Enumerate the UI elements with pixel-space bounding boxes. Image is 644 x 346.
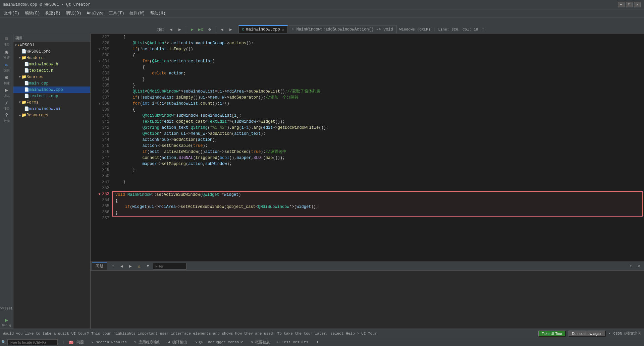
do-not-show-button[interactable]: Do not show again	[569, 331, 606, 337]
analyze-icon: ⚡	[5, 100, 8, 106]
toolbar-expand-right[interactable]: ⬆	[479, 26, 487, 33]
toolbar-next[interactable]: ▶	[227, 26, 234, 33]
tree-wps001pro[interactable]: 📄 WPS001.pro	[13, 48, 90, 55]
code-content[interactable]: { QList<QAction*> actionList=actionGroup…	[111, 34, 644, 262]
code-line-350	[111, 173, 644, 179]
bs-tab-app-label: 3 应用程序输出	[134, 340, 161, 344]
take-tour-button[interactable]: Take UI Tour	[538, 331, 566, 337]
close-tour-button[interactable]: ✕	[608, 331, 611, 336]
tree-mainwindowh[interactable]: 📄 mainwindow.h	[13, 61, 90, 67]
bs-tab-summary-label: 6 概要信息	[251, 340, 270, 344]
bottom-tab-issues[interactable]: 问题	[92, 262, 107, 270]
menu-help[interactable]: 帮助(H)	[148, 10, 168, 17]
code-line-332: {	[111, 64, 644, 70]
bottom-content	[91, 271, 644, 329]
tree-headers-folder[interactable]: ▼ 📁 Headers	[13, 55, 90, 61]
bs-tab-app-output[interactable]: 3 应用程序输出	[131, 339, 164, 345]
cpp-file-icon: 📄	[24, 81, 29, 86]
project-name-label: WPS001	[1, 307, 13, 310]
tree-mainwindowcpp[interactable]: 📄 mainwindow.cpp	[13, 86, 90, 93]
bs-tab-compile[interactable]: 4 编译输出	[165, 339, 191, 345]
bs-tab-test[interactable]: 8 Test Results	[274, 340, 312, 345]
toolbar-prev[interactable]: ◀	[218, 26, 226, 33]
code-line-341: TextEdit*edit=qobject_cast<TextEdit*>(su…	[111, 119, 644, 125]
code-line-327: {	[111, 34, 644, 40]
encoding-label: Windows (CRLF)	[399, 27, 430, 32]
tree-label: Forms	[26, 100, 39, 105]
filetree-header: 项目	[13, 34, 90, 42]
bottom-toolbar-settings[interactable]: ⬆	[109, 263, 117, 270]
toolbar-back[interactable]: ◀	[167, 26, 175, 33]
minimize-button[interactable]: —	[618, 2, 625, 7]
tree-resources-folder[interactable]: ▶ 📁 Resources	[13, 112, 90, 118]
tab-name: mainwindow.cpp	[246, 27, 280, 32]
sidebar-bottom-project[interactable]: WPS001	[1, 302, 13, 314]
menu-file[interactable]: 文件(F)	[1, 10, 22, 17]
bottom-toolbar-next[interactable]: ▶	[127, 263, 134, 270]
function-tab-name: ⚡ MainWindow::addSubWindowAction() -> vo…	[291, 27, 393, 32]
tree-label: mainwindow.cpp	[29, 88, 63, 92]
gutter-row: 328	[91, 40, 111, 46]
gutter-row: 355	[91, 203, 111, 209]
code-line-336: QList<QMdiSubWindow*>subWindowList=ui->m…	[111, 89, 644, 95]
maximize-button[interactable]: □	[626, 2, 633, 7]
locate-area: 🔍	[1, 339, 62, 345]
sidebar-build[interactable]: ⚙ 构建	[1, 74, 13, 86]
tree-maincpp[interactable]: 📄 main.cpp	[13, 80, 90, 86]
close-button[interactable]: ✕	[634, 2, 641, 7]
bottom-panel: 问题 ⬆ ◀ ▶ ⚠ ▼ ⬆ ✕	[91, 262, 644, 329]
arrow-icon: ▼	[19, 56, 21, 60]
tab-close-button[interactable]: ✕	[282, 27, 284, 32]
tree-mainwindowui[interactable]: 📄 mainwindow.ui	[13, 106, 90, 112]
sidebar-edit[interactable]: ✏ 编辑	[1, 61, 13, 73]
menu-controls[interactable]: 控件(W)	[127, 10, 148, 17]
sidebar-debug[interactable]: ▶ 调试	[1, 86, 13, 99]
csdn-logo: CSDN @图文之间	[613, 331, 641, 336]
toolbar: 项目 ◀ ▶ ▶ ▶⚙ ⚙ ◀ ▶ C mainwindow.cpp ✕ ⚡ M…	[0, 17, 644, 34]
bs-tab-issues-label: 问题	[76, 340, 84, 344]
bottom-toolbar-filter-toggle[interactable]: ▼	[144, 263, 152, 270]
sidebar-help-label: 帮助	[4, 119, 10, 123]
folder-icon: 📁	[21, 113, 26, 118]
gutter-row: 337	[91, 95, 111, 101]
bs-expand[interactable]: ⬆	[314, 339, 321, 346]
file-tab-function[interactable]: ⚡ MainWindow::addSubWindowAction() -> vo…	[288, 25, 396, 33]
tree-texteditcpp[interactable]: 📄 textedit.cpp	[13, 93, 90, 99]
menu-build[interactable]: 构建(B)	[43, 10, 63, 17]
help-icon: ?	[5, 113, 8, 119]
bs-tab-summary[interactable]: 6 概要信息	[248, 339, 273, 345]
toolbar-run[interactable]: ▶	[189, 26, 196, 33]
sidebar-projects[interactable]: ≡ 项目	[1, 36, 13, 48]
sidebar-help[interactable]: ? 帮助	[1, 112, 13, 124]
sidebar-run[interactable]: ▶ Debug	[1, 316, 13, 328]
code-line-333: delete action;	[111, 70, 644, 76]
tree-sources-folder[interactable]: ▼ 📁 Sources	[13, 74, 90, 80]
file-tab-mainwindow[interactable]: C mainwindow.cpp ✕	[238, 25, 288, 33]
toolbar-debug[interactable]: ▶⚙	[197, 26, 205, 33]
bottom-filter-input[interactable]	[153, 263, 186, 270]
toolbar-separator2	[216, 26, 216, 33]
sidebar-welcome[interactable]: ◉ 欢迎	[1, 48, 13, 60]
toolbar-build[interactable]: ⚙	[206, 26, 213, 33]
locate-input[interactable]	[7, 339, 58, 345]
bottom-collapse[interactable]: ✕	[635, 263, 643, 270]
bs-tab-issues[interactable]: 1 问题	[65, 339, 88, 345]
menu-tools[interactable]: 工具(T)	[106, 10, 127, 17]
bottom-toolbar-warning[interactable]: ⚠	[136, 263, 143, 270]
tree-project-wps001[interactable]: ▼ ▪ WPS001	[13, 42, 90, 48]
menu-edit[interactable]: 编辑(E)	[22, 10, 43, 17]
menu-debug[interactable]: 调试(D)	[63, 10, 84, 17]
bs-tab-search[interactable]: 2 Search Results	[88, 340, 130, 345]
sidebar-analyze[interactable]: ⚡ 项目	[1, 99, 13, 111]
bottom-expand[interactable]: ⬆	[627, 263, 635, 270]
bs-tab-qml[interactable]: 5 QML Debugger Console	[191, 340, 247, 345]
tree-textedit-h[interactable]: 📄 textedit.h	[13, 67, 90, 74]
gutter-row: 344	[91, 137, 111, 143]
toolbar-forward[interactable]: ▶	[176, 26, 183, 33]
gutter-row: 357	[91, 215, 111, 221]
bottom-toolbar-prev[interactable]: ◀	[118, 263, 125, 270]
menu-analyze[interactable]: Analyze	[84, 10, 106, 16]
tree-forms-folder[interactable]: ▼ 📁 Forms	[13, 99, 90, 106]
filetree-title: 项目	[15, 36, 23, 41]
gutter-row: 333	[91, 70, 111, 76]
